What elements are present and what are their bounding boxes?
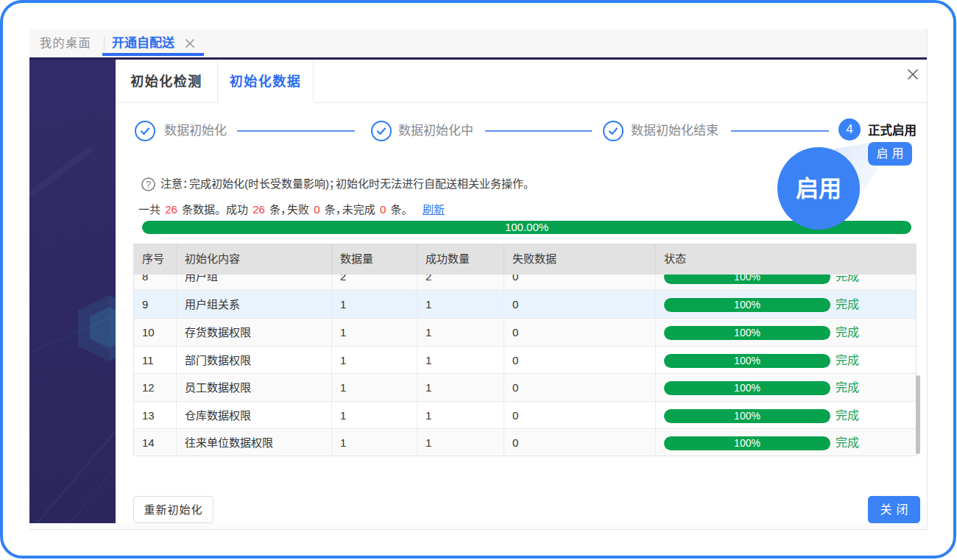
svg-text:?: ? — [146, 180, 151, 190]
